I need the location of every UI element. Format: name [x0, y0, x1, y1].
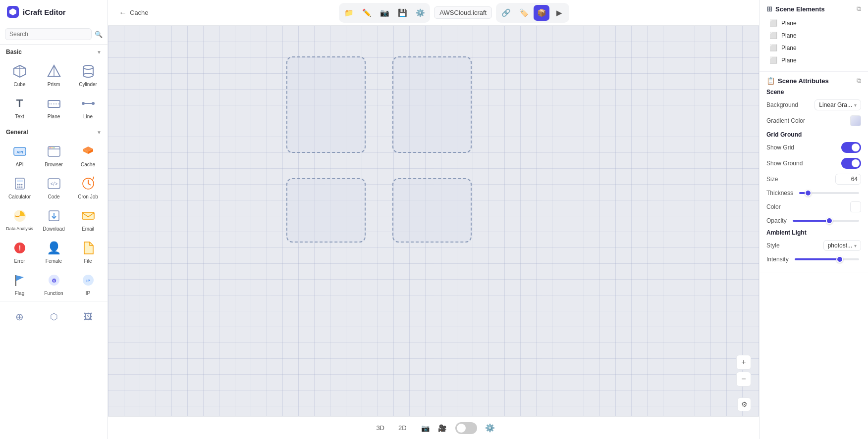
size-input[interactable]: [835, 174, 861, 185]
item-cronjob[interactable]: Cron Job: [71, 172, 105, 203]
item-cylinder[interactable]: Cylinder: [71, 59, 105, 91]
item-female[interactable]: 👤 Female: [37, 236, 70, 267]
scene-settings-button[interactable]: ⚙️: [483, 421, 497, 435]
show-ground-label: Show Ground: [766, 160, 803, 167]
plane-3[interactable]: [286, 178, 366, 243]
thickness-slider-thumb[interactable]: [805, 190, 812, 196]
plane-icon: [45, 95, 63, 112]
settings-button[interactable]: ⚙️: [412, 5, 428, 21]
show-ground-toggle[interactable]: [841, 158, 861, 169]
thickness-slider-track[interactable]: [799, 192, 859, 194]
style-select[interactable]: photost... ▾: [823, 240, 861, 251]
calculator-label: Calculator: [8, 194, 31, 200]
scene-elements-copy-icon[interactable]: ⧉: [857, 5, 861, 13]
intensity-slider-track[interactable]: [795, 258, 859, 260]
play-button[interactable]: ▶: [551, 5, 567, 21]
main-content: ← Cache 📁 ✏️ 📷 💾 ⚙️ AWSCloud.icraft 🔗 🏷️…: [108, 0, 759, 439]
item-extra-1[interactable]: ⊕: [3, 305, 36, 329]
plane-4[interactable]: [392, 178, 472, 243]
gradient-color-row: Gradient Color: [766, 115, 861, 126]
color-swatch[interactable]: [850, 201, 861, 212]
scene-elements-title: ⊞ Scene Elements: [766, 5, 825, 13]
app-title: iCraft Editor: [23, 8, 66, 16]
section-general-label: General: [6, 129, 28, 136]
opacity-slider-track[interactable]: [793, 220, 859, 222]
file-label: File: [84, 258, 92, 264]
grid-ground-title: Grid Ground: [766, 131, 861, 138]
item-line[interactable]: Line: [71, 92, 105, 123]
show-grid-toggle[interactable]: [841, 142, 861, 153]
item-api[interactable]: API API: [3, 140, 36, 171]
prism-label: Prism: [48, 82, 60, 88]
general-items-grid: API API Browser Cache: [0, 138, 108, 301]
plane-icon-3: ⬜: [769, 56, 777, 64]
back-button[interactable]: ← Cache: [115, 6, 153, 19]
scene-attributes-copy-icon[interactable]: ⧉: [857, 77, 861, 85]
plane-1[interactable]: [286, 56, 366, 153]
item-flag[interactable]: Flag: [3, 268, 36, 299]
thickness-label: Thickness: [766, 190, 793, 196]
cylinder-icon: [79, 62, 97, 80]
item-plane[interactable]: Plane: [37, 92, 70, 123]
item-dataanalysis[interactable]: Data Analysis: [3, 204, 36, 235]
item-error[interactable]: ! Error: [3, 236, 36, 267]
camera-btn-1[interactable]: 📷: [419, 421, 433, 435]
item-browser[interactable]: Browser: [37, 140, 70, 171]
zoom-in-button[interactable]: +: [736, 355, 751, 370]
svg-rect-39: [82, 212, 94, 219]
cache-icon: [79, 143, 97, 160]
tag-button[interactable]: 🏷️: [516, 5, 532, 21]
gradient-color-swatch[interactable]: [850, 115, 861, 126]
section-general-header: General ▼: [0, 125, 108, 138]
email-icon: [79, 207, 97, 225]
edit-button[interactable]: ✏️: [359, 5, 375, 21]
item-ip[interactable]: IP IP: [71, 268, 105, 299]
item-cache[interactable]: Cache: [71, 140, 105, 171]
item-prism[interactable]: Prism: [37, 59, 70, 91]
item-cube[interactable]: Cube: [3, 59, 36, 91]
item-file[interactable]: File: [71, 236, 105, 267]
camera-btn-2[interactable]: 🎥: [435, 421, 449, 435]
scene-element-0[interactable]: ⬜ Plane: [766, 17, 861, 29]
plane-2[interactable]: [392, 56, 472, 153]
svg-point-5: [83, 65, 93, 69]
item-extra-3[interactable]: 🖼: [71, 305, 105, 329]
scene-element-1[interactable]: ⬜ Plane: [766, 29, 861, 42]
item-code[interactable]: </> Code: [37, 172, 70, 203]
background-chevron: ▾: [854, 102, 857, 108]
image-icon: 🖼: [79, 308, 97, 326]
background-select[interactable]: Linear Gra... ▾: [814, 99, 861, 110]
thickness-slider-container: [797, 192, 861, 194]
item-calculator[interactable]: Calculator: [3, 172, 36, 203]
item-extra-2[interactable]: ⬡: [37, 305, 70, 329]
open-button[interactable]: 📁: [341, 5, 357, 21]
svg-text:</>: </>: [50, 181, 57, 187]
item-download[interactable]: Download: [37, 204, 70, 235]
view3d-button[interactable]: 📦: [534, 5, 549, 21]
item-function[interactable]: ⚙ Function: [37, 268, 70, 299]
canvas-area[interactable]: + − ⚙: [108, 26, 759, 416]
plane-label: Plane: [48, 114, 60, 120]
intensity-slider-thumb[interactable]: [836, 256, 843, 263]
opacity-slider-thumb[interactable]: [826, 217, 833, 224]
search-input[interactable]: [5, 28, 92, 40]
attributes-icon: 📋: [766, 77, 775, 85]
opacity-row: Opacity: [766, 217, 861, 224]
topbar-center: 📁 ✏️ 📷 💾 ⚙️ AWSCloud.icraft 🔗 🏷️ 📦 ▶: [157, 3, 752, 23]
app-logo: [7, 6, 19, 18]
scene-element-2[interactable]: ⬜ Plane: [766, 42, 861, 54]
zoom-out-button[interactable]: −: [736, 372, 751, 387]
share-button[interactable]: 🔗: [498, 5, 514, 21]
plane-label-0: Plane: [781, 20, 797, 27]
scene-element-3[interactable]: ⬜ Plane: [766, 54, 861, 66]
canvas-settings-button[interactable]: ⚙: [737, 397, 751, 411]
view-2d-button[interactable]: 2D: [392, 422, 413, 434]
save-button[interactable]: 💾: [394, 5, 410, 21]
screenshot-button[interactable]: 📷: [377, 5, 392, 21]
view-3d-button[interactable]: 3D: [370, 422, 390, 434]
view-toggle-switch[interactable]: [455, 422, 477, 434]
item-text[interactable]: T Text: [3, 92, 36, 123]
item-email[interactable]: Email: [71, 204, 105, 235]
dataanalysis-label: Data Analysis: [6, 226, 33, 232]
background-row: Background Linear Gra... ▾: [766, 99, 861, 110]
